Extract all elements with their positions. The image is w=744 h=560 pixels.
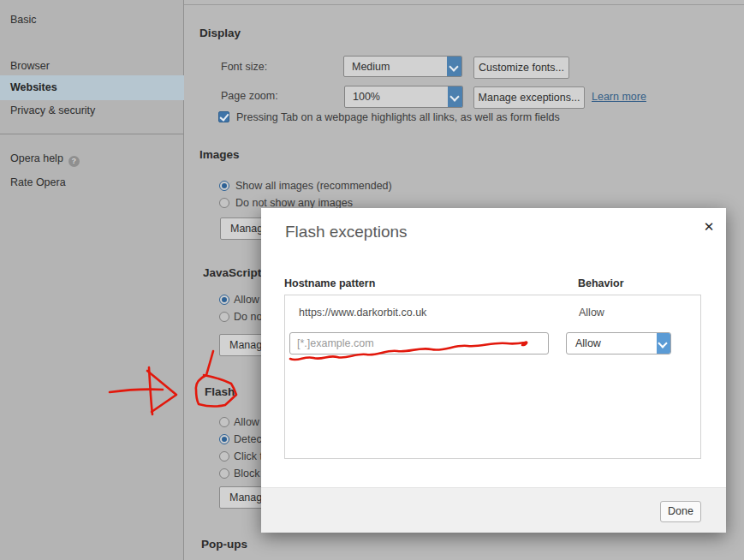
do-not-show-images-label: Do not show any images (235, 197, 353, 209)
flash-click-label: Click t (234, 450, 263, 462)
opera-settings-page: Basic Browser Websites Privacy & securit… (0, 0, 744, 560)
images-section-heading: Images (199, 148, 240, 161)
sidebar-item-rate-opera[interactable]: Rate Opera (10, 176, 66, 188)
sidebar-item-browser[interactable]: Browser (10, 60, 50, 72)
popups-section-heading: Pop-ups (201, 538, 247, 551)
sidebar-item-privacy-security[interactable]: Privacy & security (10, 104, 95, 116)
dialog-footer: Done (261, 487, 726, 533)
flash-allow-label: Allow (234, 416, 259, 428)
flash-detect-radio[interactable] (219, 434, 229, 444)
font-size-value: Medium (352, 61, 390, 73)
close-icon[interactable]: ✕ (699, 217, 718, 236)
flash-click-radio[interactable] (219, 451, 229, 462)
done-button[interactable]: Done (660, 501, 701, 522)
tab-highlight-checkbox-label: Pressing Tab on a webpage highlights all… (236, 111, 560, 123)
sidebar-item-opera-help[interactable]: Opera help? (10, 152, 80, 167)
flash-exceptions-dialog: Flash exceptions ✕ Hostname pattern Beha… (261, 208, 726, 533)
settings-sidebar: Basic Browser Websites Privacy & securit… (0, 0, 184, 560)
font-size-dropdown[interactable]: Medium (343, 56, 462, 77)
sidebar-divider (0, 134, 184, 134)
javascript-deny-label: Do no (234, 311, 262, 323)
learn-more-link[interactable]: Learn more (592, 91, 646, 103)
opera-help-label: Opera help (10, 152, 63, 164)
chevron-down-icon (447, 57, 461, 76)
dialog-title: Flash exceptions (285, 223, 408, 241)
page-zoom-dropdown[interactable]: 100% (344, 86, 463, 108)
chevron-down-icon (657, 333, 670, 354)
sidebar-item-basic[interactable]: Basic (10, 14, 37, 26)
content-top-border (184, 4, 744, 5)
sidebar-item-websites-label: Websites (10, 81, 57, 93)
customize-fonts-label: Customize fonts... (474, 62, 568, 74)
flash-section-heading: Flash (205, 385, 235, 398)
flash-block-radio[interactable] (219, 468, 229, 479)
behavior-select[interactable]: Allow (566, 332, 671, 354)
tab-highlight-checkbox[interactable] (218, 111, 229, 122)
display-section-heading: Display (199, 27, 241, 39)
javascript-section-heading: JavaScript (203, 266, 261, 279)
do-not-show-images-radio[interactable] (219, 198, 229, 208)
help-question-icon[interactable]: ? (68, 156, 80, 167)
behavior-select-value: Allow (575, 337, 601, 349)
flash-allow-radio[interactable] (219, 417, 229, 427)
show-all-images-label: Show all images (recommended) (235, 180, 392, 192)
manage-exceptions-button[interactable]: Manage exceptions... (473, 86, 585, 109)
hostname-pattern-input[interactable] (289, 332, 549, 354)
font-size-label: Font size: (221, 61, 267, 73)
exceptions-list: https://www.darkorbit.co.uk Allow Allow (284, 295, 701, 459)
exception-row-hostname: https://www.darkorbit.co.uk (299, 307, 426, 319)
javascript-allow-radio[interactable] (219, 295, 229, 305)
javascript-deny-radio[interactable] (219, 312, 229, 322)
page-zoom-label: Page zoom: (221, 90, 278, 102)
behavior-column-header: Behavior (578, 277, 624, 289)
page-zoom-value: 100% (353, 91, 380, 103)
hostname-pattern-column-header: Hostname pattern (284, 277, 375, 289)
flash-detect-label: Detect (234, 433, 265, 445)
show-all-images-radio[interactable] (219, 181, 229, 191)
customize-fonts-button[interactable]: Customize fonts... (473, 57, 569, 79)
chevron-down-icon (448, 86, 462, 107)
exception-row-behavior: Allow (579, 307, 604, 319)
manage-exceptions-label: Manage exceptions... (474, 92, 584, 104)
javascript-allow-label: Allow (234, 294, 259, 306)
flash-block-label: Block (234, 468, 260, 480)
sidebar-item-websites[interactable]: Websites (0, 75, 184, 100)
